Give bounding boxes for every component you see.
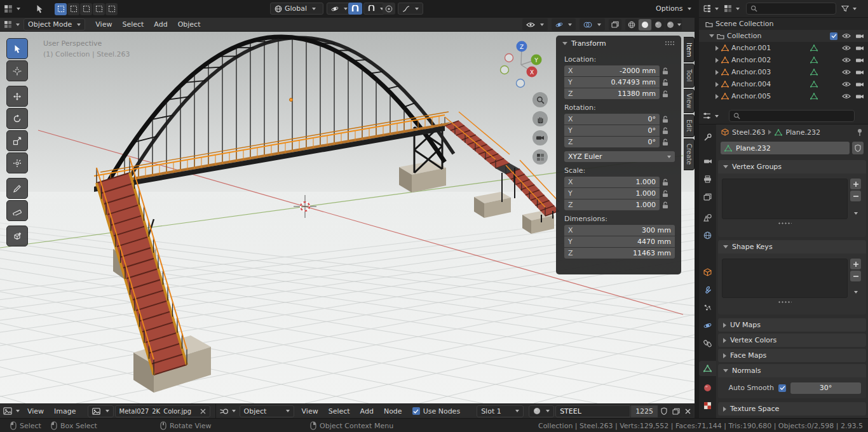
menu-select[interactable]: Select <box>117 18 149 31</box>
editor-type-button[interactable] <box>4 4 20 13</box>
outliner-row-anchor[interactable]: Anchor.001 <box>699 42 868 54</box>
outliner-row-anchor[interactable]: Anchor.003 <box>699 66 868 78</box>
axis-neg-y-handle[interactable] <box>501 66 509 74</box>
outliner-row-anchor[interactable]: Anchor.005 <box>699 90 868 102</box>
pin-icon[interactable] <box>857 128 863 137</box>
camera-visibility-icon[interactable] <box>855 81 864 88</box>
lock-rotation-x-icon[interactable] <box>660 116 671 123</box>
outliner-row-scene-collection[interactable]: Scene Collection <box>699 18 868 30</box>
outliner-filter-button[interactable] <box>841 5 849 12</box>
exclude-checkbox[interactable] <box>830 32 837 40</box>
sidebar-tab-view[interactable]: View <box>684 89 695 113</box>
camera-visibility-icon[interactable] <box>855 57 864 64</box>
properties-editor-type-button[interactable] <box>703 112 719 120</box>
select-mode-intersect-button[interactable] <box>105 3 118 15</box>
material-unlink-button[interactable] <box>682 405 693 417</box>
add-vertex-group-button[interactable] <box>850 179 861 189</box>
zoom-button[interactable] <box>532 92 548 107</box>
vertex-groups-panel-header[interactable]: Vertex Groups <box>718 160 866 173</box>
normals-panel-header[interactable]: Normals <box>718 364 866 377</box>
gizmos-dropdown[interactable] <box>552 18 576 30</box>
viewport-editor-type-button[interactable] <box>4 20 20 29</box>
tab-texture[interactable] <box>699 398 716 413</box>
remove-vertex-group-button[interactable] <box>850 191 861 201</box>
tab-world[interactable] <box>699 227 716 243</box>
tab-tool[interactable] <box>699 130 716 145</box>
sidebar-tab-item[interactable]: Item <box>684 37 695 62</box>
axis-neg-z-handle[interactable] <box>517 79 525 88</box>
outliner-row-anchor[interactable]: Anchor.004 <box>699 78 868 90</box>
expand-icon[interactable] <box>709 34 714 37</box>
node-menu-select[interactable]: Select <box>323 404 355 418</box>
eye-icon[interactable] <box>842 45 851 51</box>
camera-view-button[interactable] <box>532 130 548 145</box>
dimension-x-field[interactable]: X300 mm <box>564 225 675 236</box>
menu-add[interactable]: Add <box>149 18 172 31</box>
scale-y-field[interactable]: Y1.000 <box>564 188 660 199</box>
pan-button[interactable] <box>532 111 548 126</box>
image-editor-type-button[interactable] <box>3 407 20 415</box>
proportional-falloff-dropdown[interactable] <box>398 3 423 15</box>
eye-icon[interactable] <box>842 57 851 63</box>
use-nodes-checkbox[interactable] <box>412 407 420 415</box>
unlink-x-icon[interactable] <box>200 408 206 414</box>
shading-solid-button[interactable] <box>639 19 651 30</box>
scale-z-field[interactable]: Z1.000 <box>564 199 660 210</box>
expand-icon[interactable] <box>715 82 719 87</box>
lock-scale-y-icon[interactable] <box>660 190 671 198</box>
xray-toggle-button[interactable] <box>609 19 621 30</box>
camera-visibility-icon[interactable] <box>855 93 864 100</box>
rotation-x-field[interactable]: X0° <box>564 114 660 125</box>
options-dropdown[interactable]: Options <box>652 3 695 15</box>
tab-object[interactable] <box>699 264 716 280</box>
transform-orientation-dropdown[interactable]: Global <box>270 3 323 15</box>
select-mode-subtract-button[interactable] <box>80 3 92 15</box>
outliner-display-mode-button[interactable] <box>724 4 740 13</box>
tab-scene[interactable] <box>699 210 716 225</box>
tool-select-box[interactable] <box>6 38 28 59</box>
expand-icon[interactable] <box>715 94 719 99</box>
outliner-row-collection[interactable]: Collection <box>699 30 868 42</box>
lock-location-z-icon[interactable] <box>660 90 671 98</box>
material-browse-button[interactable] <box>529 405 554 417</box>
list-resize-grip[interactable] <box>778 300 792 304</box>
tool-annotate[interactable] <box>6 178 28 199</box>
node-menu-add[interactable]: Add <box>355 404 379 418</box>
select-mode-extend-button[interactable] <box>67 3 79 15</box>
tab-material[interactable] <box>699 380 716 395</box>
tab-modifiers[interactable] <box>699 282 716 297</box>
tool-move[interactable] <box>6 86 28 107</box>
properties-search-input[interactable] <box>729 110 855 122</box>
sidebar-tab-create[interactable]: Create <box>684 138 695 170</box>
material-name-field[interactable]: STEEL <box>555 405 630 417</box>
active-tool-cursor-button[interactable] <box>32 2 47 16</box>
menu-object[interactable]: Object <box>173 18 206 31</box>
shader-type-dropdown[interactable]: Object <box>240 405 294 417</box>
snap-toggle-button[interactable] <box>348 3 362 15</box>
mode-dropdown[interactable]: Object Mode <box>24 18 85 30</box>
tab-physics[interactable] <box>699 318 716 333</box>
mesh-name-field[interactable]: Plane.232 <box>721 142 850 154</box>
image-menu-view[interactable]: View <box>22 404 49 418</box>
uv-maps-panel-header[interactable]: UV Maps <box>718 318 866 332</box>
tab-render[interactable] <box>699 154 716 169</box>
texture-space-panel-header[interactable]: Texture Space <box>718 402 866 415</box>
eye-icon[interactable] <box>842 69 851 75</box>
remove-shape-key-button[interactable] <box>850 271 861 281</box>
face-maps-panel-header[interactable]: Face Maps <box>718 349 866 362</box>
vertex-group-specials-button[interactable] <box>850 208 861 219</box>
tool-scale[interactable] <box>6 130 28 151</box>
camera-visibility-icon[interactable] <box>855 69 864 76</box>
shape-keys-list[interactable] <box>722 259 848 298</box>
shading-material-button[interactable] <box>652 19 665 30</box>
lock-scale-z-icon[interactable] <box>660 201 671 209</box>
outliner-options-chevron-icon[interactable] <box>853 8 857 10</box>
camera-visibility-icon[interactable] <box>855 33 864 39</box>
location-z-field[interactable]: Z11380 mm <box>564 88 660 99</box>
material-fake-user-button[interactable] <box>658 405 670 417</box>
node-menu-view[interactable]: View <box>297 404 323 418</box>
rotation-z-field[interactable]: Z0° <box>564 137 660 147</box>
sidebar-tab-tool[interactable]: Tool <box>684 64 695 88</box>
tool-rotate[interactable] <box>6 108 28 129</box>
image-menu-image[interactable]: Image <box>49 404 81 418</box>
